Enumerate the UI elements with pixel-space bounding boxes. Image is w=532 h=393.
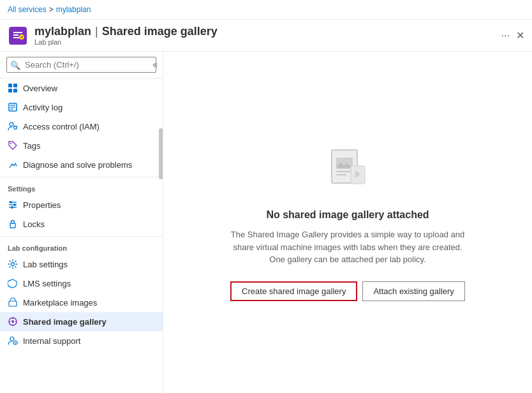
page-header: mylabplan | Shared image gallery Lab pla… bbox=[0, 20, 532, 52]
svg-point-22 bbox=[11, 263, 15, 266]
svg-point-11 bbox=[14, 126, 17, 130]
resource-name: mylabplan bbox=[34, 25, 91, 38]
breadcrumb-current[interactable]: mylabplan bbox=[56, 5, 91, 14]
svg-point-30 bbox=[10, 337, 14, 341]
svg-rect-21 bbox=[10, 223, 15, 228]
svg-point-18 bbox=[10, 201, 12, 204]
empty-state-description: The Shared Image Gallery provides a simp… bbox=[226, 228, 469, 266]
sidebar-item-locks[interactable]: Locks bbox=[0, 214, 163, 234]
sidebar-item-tags[interactable]: Tags bbox=[0, 136, 163, 155]
svg-rect-4 bbox=[8, 89, 12, 93]
header-subtitle: Lab plan bbox=[34, 38, 501, 46]
access-control-label: Access control (IAM) bbox=[23, 122, 100, 131]
properties-label: Properties bbox=[23, 200, 61, 210]
header-close-button[interactable]: ✕ bbox=[516, 29, 524, 41]
header-title-block: mylabplan | Shared image gallery Lab pla… bbox=[34, 25, 501, 46]
marketplace-images-label: Marketplace images bbox=[23, 298, 97, 308]
svg-rect-2 bbox=[8, 84, 12, 87]
empty-state-icon bbox=[322, 144, 373, 196]
locks-icon bbox=[8, 219, 18, 229]
internal-support-icon bbox=[8, 336, 18, 346]
svg-rect-23 bbox=[9, 301, 17, 306]
shared-image-gallery-icon bbox=[8, 316, 18, 327]
sidebar-item-properties[interactable]: Properties bbox=[0, 195, 163, 214]
sidebar-item-internal-support[interactable]: Internal support bbox=[0, 331, 163, 350]
svg-point-20 bbox=[11, 206, 13, 209]
overview-label: Overview bbox=[23, 84, 57, 93]
svg-point-14 bbox=[10, 143, 11, 144]
attach-gallery-button[interactable]: Attach existing gallery bbox=[362, 281, 464, 301]
access-control-icon bbox=[8, 121, 18, 131]
header-ellipsis-button[interactable]: ··· bbox=[501, 30, 510, 41]
sidebar-collapse-button[interactable]: « bbox=[147, 57, 163, 72]
activity-log-label: Activity log bbox=[23, 103, 63, 112]
activity-log-icon bbox=[8, 102, 18, 112]
diagnose-icon bbox=[8, 159, 18, 170]
svg-rect-3 bbox=[13, 84, 17, 87]
settings-section-label: Settings bbox=[0, 177, 163, 195]
svg-point-19 bbox=[13, 204, 16, 206]
empty-state-title: No shared image gallery attached bbox=[266, 209, 429, 221]
overview-icon bbox=[8, 83, 18, 93]
sidebar-item-access-control[interactable]: Access control (IAM) bbox=[0, 117, 163, 136]
sidebar-item-shared-image-gallery[interactable]: Shared image gallery bbox=[0, 312, 163, 331]
lms-settings-icon bbox=[8, 278, 18, 288]
locks-label: Locks bbox=[23, 219, 45, 229]
svg-rect-5 bbox=[13, 89, 17, 93]
breadcrumb: All services > mylabplan bbox=[0, 0, 532, 20]
sidebar-nav: Overview Activity log bbox=[0, 78, 163, 393]
properties-icon bbox=[8, 200, 18, 210]
main-layout: 🔍 « Overview bbox=[0, 52, 532, 393]
sidebar-item-overview[interactable]: Overview bbox=[0, 78, 163, 98]
main-content: No shared image gallery attached The Sha… bbox=[163, 52, 532, 393]
create-gallery-button[interactable]: Create shared image gallery bbox=[230, 281, 357, 301]
sidebar-scrollbar[interactable] bbox=[159, 128, 163, 179]
tags-icon bbox=[8, 140, 18, 151]
lab-config-section-label: Lab configuration bbox=[0, 236, 163, 255]
svg-point-10 bbox=[10, 122, 13, 126]
sidebar-item-diagnose[interactable]: Diagnose and solve problems bbox=[0, 155, 163, 174]
sidebar-item-activity-log[interactable]: Activity log bbox=[0, 98, 163, 117]
internal-support-label: Internal support bbox=[23, 336, 80, 346]
shared-image-gallery-label: Shared image gallery bbox=[23, 317, 107, 327]
content-actions: Create shared image gallery Attach exist… bbox=[230, 281, 465, 301]
search-icon: 🔍 bbox=[10, 60, 20, 70]
header-actions: ··· ✕ bbox=[501, 29, 524, 41]
sidebar-item-lms-settings[interactable]: LMS settings bbox=[0, 274, 163, 293]
sidebar-item-lab-settings[interactable]: Lab settings bbox=[0, 255, 163, 274]
svg-line-13 bbox=[17, 126, 17, 127]
lms-settings-label: LMS settings bbox=[23, 279, 71, 288]
diagnose-label: Diagnose and solve problems bbox=[23, 160, 132, 170]
search-input[interactable] bbox=[6, 57, 156, 73]
svg-point-33 bbox=[15, 344, 16, 345]
header-separator: | bbox=[95, 25, 98, 38]
svg-point-25 bbox=[11, 320, 14, 323]
resource-icon bbox=[8, 26, 28, 46]
sidebar-item-marketplace-images[interactable]: Marketplace images bbox=[0, 293, 163, 312]
marketplace-images-icon bbox=[8, 297, 18, 308]
sidebar-search-area: 🔍 bbox=[0, 52, 163, 78]
lab-settings-icon bbox=[8, 259, 18, 269]
lab-settings-label: Lab settings bbox=[23, 260, 68, 269]
tags-label: Tags bbox=[23, 141, 40, 151]
sidebar: 🔍 « Overview bbox=[0, 52, 163, 393]
breadcrumb-all-services[interactable]: All services bbox=[8, 5, 47, 14]
breadcrumb-separator: > bbox=[49, 5, 54, 14]
page-title: Shared image gallery bbox=[102, 25, 218, 38]
